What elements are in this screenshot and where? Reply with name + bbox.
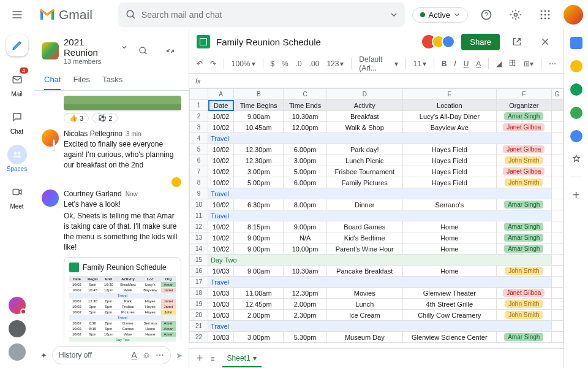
search-icon[interactable] bbox=[132, 40, 154, 62]
percent-button[interactable]: % bbox=[282, 59, 288, 68]
collapse-icon[interactable] bbox=[159, 40, 181, 62]
number-format-dropdown[interactable]: 123▾ bbox=[326, 59, 344, 68]
addons-icon[interactable] bbox=[570, 153, 582, 166]
user-avatar[interactable] bbox=[42, 129, 59, 147]
tab-files[interactable]: Files bbox=[73, 70, 89, 90]
emoji-icon[interactable]: ☺ bbox=[142, 350, 151, 360]
status-dot-icon bbox=[420, 12, 425, 17]
sheets-icon bbox=[69, 263, 79, 272]
redo-icon[interactable]: ↷ bbox=[210, 59, 216, 68]
contact-avatar[interactable] bbox=[9, 320, 26, 337]
search-input[interactable] bbox=[141, 10, 390, 20]
search-bar[interactable] bbox=[118, 2, 405, 27]
logo-text: Gmail bbox=[59, 7, 92, 22]
share-button[interactable]: Share bbox=[461, 34, 500, 50]
tasks-icon[interactable] bbox=[570, 83, 582, 96]
sheets-icon bbox=[197, 35, 210, 48]
status-pill[interactable]: Active bbox=[412, 7, 468, 23]
menu-icon[interactable] bbox=[5, 2, 29, 27]
open-external-icon[interactable] bbox=[506, 31, 528, 53]
svg-point-14 bbox=[13, 152, 17, 155]
sheet-title[interactable]: Family Reunion Schedule bbox=[216, 37, 420, 47]
sheets-attachment-card[interactable]: Family Reunion Schedule DateBeginEndActi… bbox=[64, 257, 181, 342]
underline-button[interactable]: U bbox=[464, 59, 469, 68]
bold-button[interactable]: B bbox=[442, 59, 447, 68]
sheet-panel: Family Reunion Schedule Share ↶ ↷ 100% ▾… bbox=[189, 29, 564, 368]
contact-avatar[interactable] bbox=[9, 343, 26, 361]
italic-button[interactable]: I bbox=[454, 59, 456, 68]
decimal-dec-button[interactable]: .0 bbox=[296, 59, 302, 68]
nav-meet[interactable]: Meet bbox=[2, 178, 32, 213]
video-icon bbox=[12, 186, 23, 197]
contacts-icon[interactable] bbox=[570, 107, 582, 119]
space-title[interactable]: 2021 Reunion bbox=[64, 37, 127, 58]
zoom-dropdown[interactable]: 100% ▾ bbox=[232, 59, 255, 68]
send-icon[interactable]: ➤ bbox=[176, 351, 183, 360]
borders-button[interactable]: 田 bbox=[509, 58, 516, 69]
chevron-down-icon bbox=[121, 44, 127, 50]
chat-tabs: Chat Files Tasks bbox=[34, 70, 189, 91]
user-avatar[interactable] bbox=[42, 190, 59, 207]
tab-chat[interactable]: Chat bbox=[44, 70, 61, 90]
space-avatar[interactable] bbox=[42, 42, 59, 59]
font-dropdown[interactable]: Default (Ari... ▾ bbox=[359, 55, 398, 72]
nav-mail[interactable]: 4 Mail bbox=[2, 66, 32, 101]
currency-button[interactable]: $ bbox=[270, 59, 274, 68]
more-toolbar-icon[interactable]: ⋯ bbox=[549, 59, 556, 68]
maps-icon[interactable] bbox=[570, 130, 582, 142]
apps-icon[interactable] bbox=[534, 4, 556, 26]
keep-icon[interactable] bbox=[570, 60, 582, 72]
compose-area: ✦ History off A ☺ ⋯ ➤ bbox=[34, 342, 189, 368]
mail-icon bbox=[12, 74, 23, 85]
message-input[interactable]: History off A ☺ ⋯ bbox=[52, 346, 171, 364]
nav-spaces[interactable]: Spaces bbox=[2, 141, 32, 176]
gear-icon[interactable] bbox=[505, 4, 527, 26]
svg-point-3 bbox=[514, 13, 518, 17]
spaces-icon bbox=[12, 149, 23, 160]
message-text: Let's have a look! bbox=[64, 199, 181, 210]
svg-point-9 bbox=[548, 14, 550, 16]
more-icon[interactable]: ⋯ bbox=[156, 350, 164, 360]
compose-button[interactable] bbox=[6, 34, 28, 56]
tab-tasks[interactable]: Tasks bbox=[102, 70, 123, 90]
search-icon bbox=[126, 9, 137, 20]
calendar-icon[interactable] bbox=[570, 37, 582, 49]
mail-badge: 4 bbox=[20, 67, 28, 74]
account-avatar[interactable] bbox=[564, 5, 583, 25]
reaction-chip[interactable]: 👍3 bbox=[64, 113, 89, 123]
add-sheet-icon[interactable]: + bbox=[197, 352, 203, 365]
spreadsheet-grid[interactable]: ABCDEFG1DateTime BeginsTime EndsActivity… bbox=[189, 88, 564, 348]
svg-point-10 bbox=[541, 18, 543, 20]
svg-point-5 bbox=[545, 10, 546, 12]
add-panel-icon[interactable]: + bbox=[573, 188, 580, 202]
sheet-tab[interactable]: Sheet1 ▾ bbox=[222, 350, 262, 367]
smart-compose-icon[interactable]: ✦ bbox=[40, 351, 47, 360]
text-color-button[interactable]: A bbox=[476, 59, 481, 68]
gmail-logo[interactable]: Gmail bbox=[39, 7, 92, 22]
sheet-header: Family Reunion Schedule Share bbox=[189, 29, 564, 54]
chevron-down-icon[interactable] bbox=[390, 11, 398, 18]
status-label: Active bbox=[429, 10, 450, 20]
image-thumbnail[interactable] bbox=[64, 96, 181, 110]
sheets-toolbar: ↶ ↷ 100% ▾ $ % .0 .00 123▾ Default (Ari.… bbox=[189, 54, 564, 74]
merge-button[interactable]: ⊞▾ bbox=[524, 59, 533, 68]
nav-chat[interactable]: Chat bbox=[2, 104, 32, 139]
reaction-avatar[interactable] bbox=[172, 177, 181, 187]
fill-color-button[interactable]: ◢ bbox=[496, 59, 502, 68]
message-list[interactable]: 👍3 ⚽2 Nicolas Pellegrino3 min Excited to… bbox=[34, 91, 189, 342]
help-icon[interactable]: ? bbox=[475, 4, 497, 26]
reaction-chip[interactable]: ⚽2 bbox=[92, 113, 118, 123]
decimal-inc-button[interactable]: .00 bbox=[309, 59, 320, 68]
contact-avatar[interactable] bbox=[9, 297, 26, 314]
formula-bar[interactable]: fx bbox=[189, 74, 564, 88]
right-side-panel: + bbox=[564, 29, 588, 368]
close-icon[interactable] bbox=[534, 31, 556, 53]
timestamp: 3 min bbox=[126, 131, 141, 137]
all-sheets-icon[interactable]: ≡ bbox=[211, 355, 215, 363]
message-text: Excited to finally see everyone again! I… bbox=[64, 139, 181, 170]
sender-name: Courtney Garland bbox=[64, 190, 122, 198]
font-size-dropdown[interactable]: 11 ▾ bbox=[413, 59, 426, 68]
format-icon[interactable]: A bbox=[131, 350, 137, 360]
collaborator-avatars[interactable] bbox=[426, 35, 455, 48]
undo-icon[interactable]: ↶ bbox=[197, 59, 203, 68]
